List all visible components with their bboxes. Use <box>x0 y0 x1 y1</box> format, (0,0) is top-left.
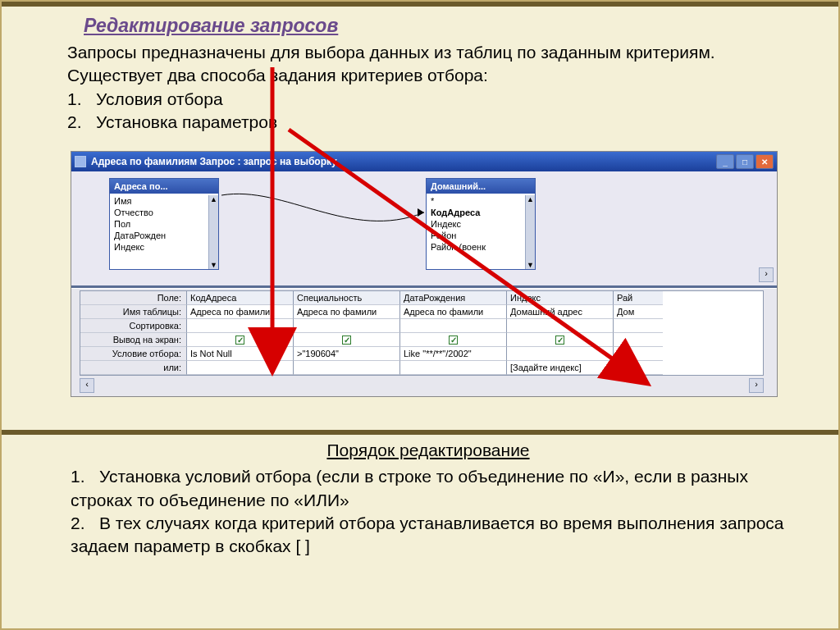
cell-criteria[interactable]: Like "**/**"/2002" <box>400 347 507 361</box>
scroll-left-button[interactable]: ‹ <box>80 378 94 393</box>
cell-or[interactable] <box>614 361 663 375</box>
cell-sort[interactable] <box>294 319 400 333</box>
field-item[interactable]: ДатаРожден <box>112 230 207 241</box>
footer-item-2: 2. В тех случаях когда критерий отбора у… <box>67 512 789 559</box>
row-label-criteria: Условие отбора: <box>80 347 187 361</box>
field-item[interactable]: Индекс <box>112 241 207 253</box>
cell-table[interactable]: Адреса по фамили <box>400 305 507 319</box>
minimize-button[interactable]: _ <box>716 154 734 169</box>
cell-show[interactable] <box>614 333 663 347</box>
cell-or[interactable] <box>187 361 294 375</box>
footer-block: Порядок редактирование 1. Установка усло… <box>67 439 789 559</box>
cell-criteria[interactable] <box>507 347 614 361</box>
scroll-right-button[interactable]: › <box>759 267 774 282</box>
checkbox-icon[interactable]: ✓ <box>235 336 244 345</box>
field-item[interactable]: КодАдреса <box>428 207 523 218</box>
cell-table[interactable]: Адреса по фамили <box>294 305 400 319</box>
scroll-right-button[interactable]: › <box>749 378 764 393</box>
cell-sort[interactable] <box>614 319 663 333</box>
maximize-button[interactable]: □ <box>736 154 754 169</box>
field-item[interactable]: * <box>428 195 523 207</box>
query-grid[interactable]: Поле: КодАдреса Специальность ДатаРожден… <box>80 290 764 376</box>
table1-fields[interactable]: Имя Отчество Пол ДатаРожден Индекс <box>110 194 208 254</box>
field-item[interactable]: Район <box>428 230 523 241</box>
cell-or[interactable] <box>294 361 400 375</box>
cell-table[interactable]: Домашний адрес <box>507 305 614 319</box>
close-button[interactable]: ✕ <box>756 154 774 169</box>
query-designer-window: Адреса по фамилиям Запрос : запрос на вы… <box>71 151 778 397</box>
intro-item-1: 1. Условия отбора <box>67 88 789 111</box>
intro-item-2: 2. Установка параметров <box>67 111 789 134</box>
checkbox-icon[interactable]: ✓ <box>449 336 458 345</box>
cell-criteria[interactable]: >"190604" <box>294 347 400 361</box>
window-title: Адреса по фамилиям Запрос : запрос на вы… <box>91 156 337 167</box>
titlebar[interactable]: Адреса по фамилиям Запрос : запрос на вы… <box>71 152 777 171</box>
table1-header: Адреса по... <box>114 181 168 191</box>
cell-table[interactable]: Дом <box>614 305 663 319</box>
table2-scrollbar[interactable]: ▲▼ <box>525 195 535 269</box>
cell-show[interactable]: ✓ <box>187 333 294 347</box>
grid-pane[interactable]: Поле: КодАдреса Специальность ДатаРожден… <box>71 288 777 396</box>
field-item[interactable]: Имя <box>112 195 207 207</box>
checkbox-icon[interactable]: ✓ <box>555 336 564 345</box>
table-box-1[interactable]: Адреса по... Имя Отчество Пол ДатаРожден… <box>109 178 219 270</box>
cell-or[interactable] <box>400 361 507 375</box>
table1-scrollbar[interactable]: ▲▼ <box>208 195 218 269</box>
svg-marker-0 <box>418 208 424 217</box>
footer-item-1: 1. Установка условий отбора (если в стро… <box>67 465 789 512</box>
table-box-2[interactable]: Домашний... * КодАдреса Индекс Район Рай… <box>426 178 536 270</box>
row-label-sort: Сортировка: <box>80 319 187 333</box>
checkbox-icon[interactable]: ✓ <box>342 336 351 345</box>
cell-field[interactable]: Специальность <box>294 291 400 305</box>
relation-line <box>219 193 424 234</box>
row-label-table: Имя таблицы: <box>80 305 187 319</box>
cell-field[interactable]: ДатаРождения <box>400 291 507 305</box>
field-item[interactable]: Отчество <box>112 207 207 218</box>
footer-title: Порядок редактирование <box>67 439 789 462</box>
field-item[interactable]: Индекс <box>428 218 523 230</box>
table2-fields[interactable]: * КодАдреса Индекс Район Район (военк <box>427 194 525 254</box>
cell-or[interactable]: [Задайте индекс] <box>507 361 614 375</box>
cell-sort[interactable] <box>507 319 614 333</box>
page-title: Редактирование запросов <box>84 15 338 37</box>
app-icon <box>75 156 86 167</box>
cell-show[interactable]: ✓ <box>400 333 507 347</box>
intro-block: Запросы предназначены для выбора данных … <box>67 41 789 134</box>
cell-sort[interactable] <box>187 319 294 333</box>
cell-field[interactable]: Индекс <box>507 291 614 305</box>
mid-divider <box>2 430 838 435</box>
cell-criteria[interactable]: Is Not Null <box>187 347 294 361</box>
top-divider <box>2 2 838 7</box>
cell-show[interactable]: ✓ <box>507 333 614 347</box>
row-label-show: Вывод на экран: <box>80 333 187 347</box>
row-label-field: Поле: <box>80 291 187 305</box>
intro-text: Запросы предназначены для выбора данных … <box>67 41 789 88</box>
cell-criteria[interactable] <box>614 347 663 361</box>
field-item[interactable]: Пол <box>112 218 207 230</box>
row-label-or: или: <box>80 361 187 375</box>
cell-table[interactable]: Адреса по фамили <box>187 305 294 319</box>
cell-field[interactable]: Рай <box>614 291 663 305</box>
field-item[interactable]: Район (военк <box>428 241 523 253</box>
tables-pane[interactable]: Адреса по... Имя Отчество Пол ДатаРожден… <box>71 171 777 288</box>
table2-header: Домашний... <box>431 181 486 191</box>
cell-show[interactable]: ✓ <box>294 333 400 347</box>
cell-field[interactable]: КодАдреса <box>187 291 294 305</box>
cell-sort[interactable] <box>400 319 507 333</box>
